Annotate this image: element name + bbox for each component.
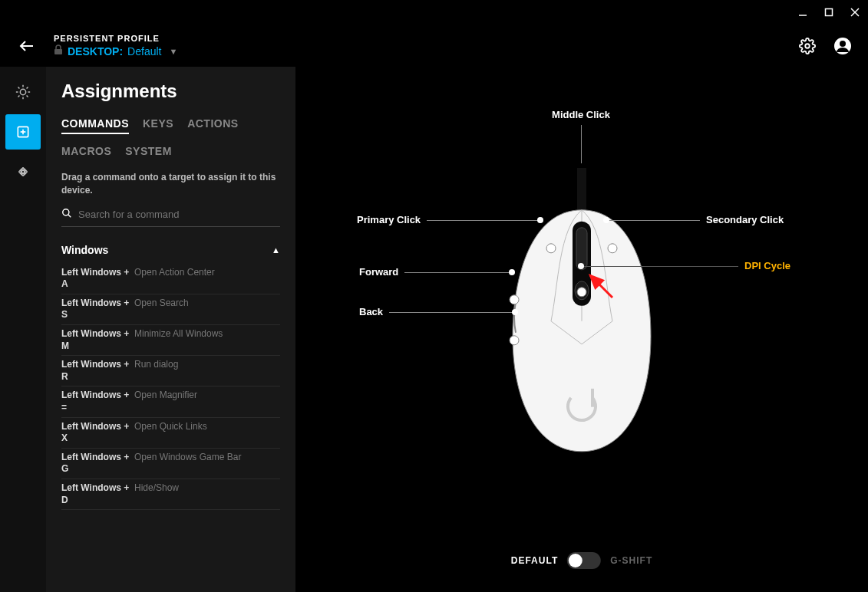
nav-assignments[interactable] xyxy=(5,114,41,150)
gshift-toggle[interactable] xyxy=(567,552,601,569)
command-key: Left Windows + M xyxy=(61,328,134,352)
mode-default-label: DEFAULT xyxy=(511,555,558,566)
command-key: Left Windows + R xyxy=(61,359,134,383)
command-desc: Open Action Center xyxy=(134,267,280,279)
chevron-down-icon: ▼ xyxy=(169,47,177,56)
svg-line-15 xyxy=(27,96,28,97)
command-row[interactable]: Left Windows + XOpen Quick Links xyxy=(61,418,280,449)
device-canvas: Middle Click xyxy=(295,67,868,592)
search-icon xyxy=(61,208,72,222)
command-row[interactable]: Left Windows + RRun dialog xyxy=(61,356,280,386)
svg-rect-1 xyxy=(826,9,833,16)
svg-point-21 xyxy=(21,170,25,173)
back-button[interactable] xyxy=(15,35,38,58)
command-row[interactable]: Left Windows + AOpen Action Center xyxy=(61,264,280,294)
chevron-up-icon: ▲ xyxy=(272,245,280,255)
command-row[interactable]: Left Windows + SOpen Search xyxy=(61,294,280,325)
command-key: Left Windows + A xyxy=(61,267,134,291)
group-header[interactable]: Windows ▲ xyxy=(61,239,280,264)
command-list[interactable]: Windows ▲ Left Windows + AOpen Action Ce… xyxy=(61,239,280,592)
mouse-image xyxy=(497,167,666,462)
panel-title: Assignments xyxy=(61,81,280,102)
command-desc: Open Quick Links xyxy=(134,421,280,433)
svg-line-14 xyxy=(18,87,19,88)
label-dpi-cycle: DPI Cycle xyxy=(744,260,790,271)
tab-system[interactable]: SYSTEM xyxy=(125,145,172,160)
svg-point-29 xyxy=(546,243,556,252)
svg-point-9 xyxy=(20,89,25,94)
svg-point-6 xyxy=(805,44,810,48)
profile-label: PERSISTENT PROFILE xyxy=(54,34,177,43)
panel-hint: Drag a command onto a target to assign i… xyxy=(61,171,280,197)
svg-point-30 xyxy=(608,243,617,252)
tab-commands[interactable]: COMMANDS xyxy=(61,117,129,134)
lock-icon xyxy=(54,44,63,58)
command-row[interactable]: Left Windows + GOpen Windows Game Bar xyxy=(61,449,280,479)
account-button[interactable] xyxy=(833,36,853,56)
tab-keys[interactable]: KEYS xyxy=(143,117,173,134)
svg-line-23 xyxy=(68,214,71,217)
svg-point-33 xyxy=(510,335,519,344)
nav-rail xyxy=(0,67,46,592)
close-button[interactable] xyxy=(850,7,860,18)
label-forward: Forward xyxy=(359,266,398,278)
svg-line-16 xyxy=(18,96,19,97)
svg-line-17 xyxy=(27,87,28,88)
profile-name: Default xyxy=(127,45,161,58)
svg-point-8 xyxy=(840,41,846,47)
search-input[interactable] xyxy=(78,209,280,220)
tab-macros[interactable]: MACROS xyxy=(61,145,111,160)
command-desc: Minimize All Windows xyxy=(134,328,280,340)
tab-actions[interactable]: ACTIONS xyxy=(187,117,239,134)
svg-point-32 xyxy=(510,294,519,304)
command-desc: Run dialog xyxy=(134,359,280,371)
search-row xyxy=(61,208,280,227)
svg-point-22 xyxy=(63,209,69,215)
command-key: Left Windows + D xyxy=(61,482,134,506)
window-titlebar xyxy=(0,0,868,25)
command-row[interactable]: Left Windows + MMinimize All Windows xyxy=(61,325,280,356)
app-header: PERSISTENT PROFILE DESKTOP: Default ▼ xyxy=(0,25,868,67)
nav-sensitivity[interactable] xyxy=(5,154,41,189)
command-key: Left Windows + S xyxy=(61,298,134,321)
settings-button[interactable] xyxy=(797,36,817,56)
mode-toggle: DEFAULT G-SHIFT xyxy=(511,552,652,569)
command-row[interactable]: Left Windows + DHide/Show xyxy=(61,479,280,510)
profile-selector[interactable]: DESKTOP: Default ▼ xyxy=(54,44,177,58)
command-desc: Open Magnifier xyxy=(134,390,280,402)
command-desc: Hide/Show xyxy=(134,482,280,495)
command-desc: Open Search xyxy=(134,298,280,310)
label-back: Back xyxy=(359,306,383,317)
command-key: Left Windows + = xyxy=(61,390,134,413)
group-name: Windows xyxy=(61,244,108,256)
mode-gshift-label: G-SHIFT xyxy=(610,555,652,566)
minimize-button[interactable] xyxy=(797,7,808,18)
label-middle-click: Middle Click xyxy=(543,109,619,163)
command-row[interactable]: Left Windows + =Open Magnifier xyxy=(61,386,280,417)
label-secondary-click: Secondary Click xyxy=(706,214,784,225)
command-key: Left Windows + X xyxy=(61,421,134,445)
command-desc: Open Windows Game Bar xyxy=(134,452,280,464)
panel-tabs: COMMANDS KEYS ACTIONS MACROS SYSTEM xyxy=(61,117,280,160)
assignments-panel: Assignments COMMANDS KEYS ACTIONS MACROS… xyxy=(46,67,295,592)
label-primary-click: Primary Click xyxy=(357,214,421,225)
maximize-button[interactable] xyxy=(823,7,834,18)
svg-point-31 xyxy=(577,287,586,296)
profile-block: PERSISTENT PROFILE DESKTOP: Default ▼ xyxy=(54,34,177,58)
nav-lighting[interactable] xyxy=(5,74,41,110)
svg-rect-24 xyxy=(577,167,586,209)
svg-rect-5 xyxy=(54,49,62,54)
command-key: Left Windows + G xyxy=(61,452,134,475)
profile-desktop-label: DESKTOP: xyxy=(68,45,123,58)
